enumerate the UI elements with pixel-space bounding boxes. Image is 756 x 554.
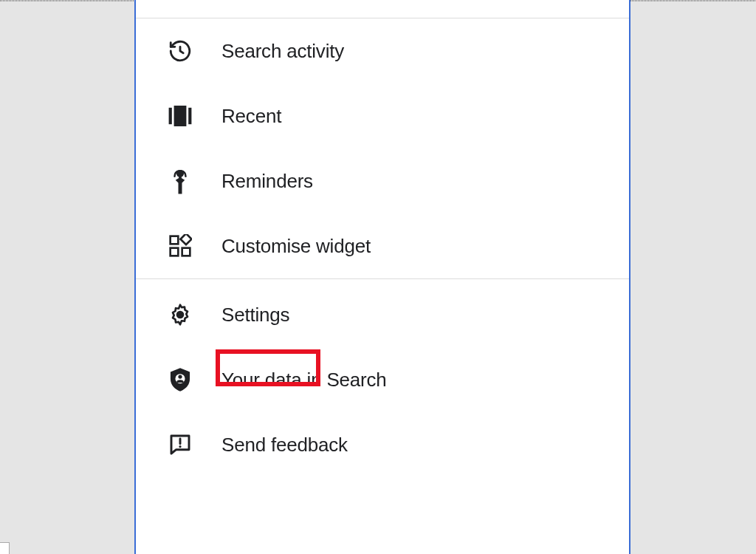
feedback-icon — [165, 430, 195, 459]
menu-item-settings[interactable]: Settings — [136, 282, 629, 347]
svg-point-9 — [177, 312, 183, 318]
svg-rect-6 — [171, 248, 179, 256]
status-bar-fragment — [0, 542, 10, 554]
history-icon — [165, 36, 195, 66]
menu-item-your-data-in-search[interactable]: Your data in Search — [136, 347, 629, 412]
menu-item-recent[interactable]: Recent — [136, 83, 629, 148]
menu-item-label: Customise widget — [221, 235, 371, 258]
svg-point-13 — [179, 445, 181, 448]
menu-item-label: Send feedback — [221, 434, 348, 456]
menu-group-1: Search activity Recent — [136, 18, 629, 278]
settings-panel: Search activity Recent — [134, 0, 630, 554]
menu-item-label: Reminders — [221, 170, 313, 193]
menu-item-label: Search activity — [221, 40, 344, 63]
svg-rect-5 — [171, 236, 179, 244]
menu-item-customise-widget[interactable]: Customise widget — [136, 213, 629, 278]
widgets-icon — [165, 231, 195, 261]
svg-rect-0 — [169, 108, 172, 124]
reminders-icon — [165, 166, 195, 196]
svg-rect-1 — [174, 106, 187, 126]
privacy-shield-icon — [165, 365, 195, 394]
recent-icon — [165, 101, 195, 131]
svg-rect-8 — [180, 234, 191, 244]
svg-point-11 — [178, 375, 182, 378]
menu-item-label: Recent — [221, 105, 281, 128]
menu-item-label: Settings — [221, 304, 289, 326]
gear-icon — [165, 300, 195, 329]
svg-rect-7 — [182, 248, 190, 256]
menu-item-search-activity[interactable]: Search activity — [136, 18, 629, 83]
menu-item-reminders[interactable]: Reminders — [136, 148, 629, 213]
svg-rect-2 — [188, 108, 191, 124]
menu-item-label: Your data in Search — [221, 369, 387, 391]
menu-item-send-feedback[interactable]: Send feedback — [136, 412, 629, 477]
menu-group-2: Settings Your data in Search — [136, 279, 629, 477]
